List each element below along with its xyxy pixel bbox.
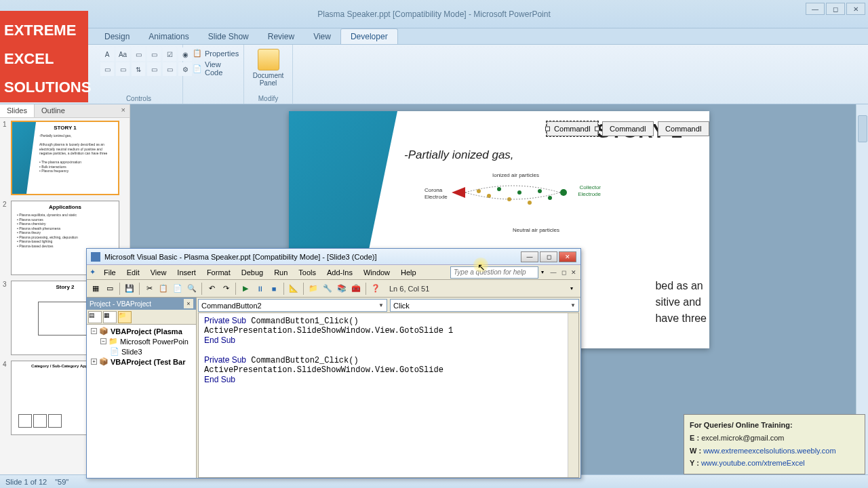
vba-toggle-folders-btn[interactable]: 📁 xyxy=(118,311,132,323)
panel-close-button[interactable]: × xyxy=(117,104,130,117)
vba-menu-edit[interactable]: Edit xyxy=(121,266,145,279)
vba-tb-break-icon[interactable]: ⏸ xyxy=(254,283,266,295)
vba-tb-browser-icon[interactable]: 📚 xyxy=(336,283,348,295)
thumb-number: 2 xyxy=(3,201,8,275)
vba-menu-run[interactable]: Run xyxy=(269,266,293,279)
vba-menu-debug[interactable]: Debug xyxy=(236,266,269,279)
vba-code-scrollbar[interactable] xyxy=(568,313,578,477)
vba-menu-addins[interactable]: Add-Ins xyxy=(321,266,358,279)
brand-line1: EXTREME xyxy=(4,16,84,45)
vba-titlebar[interactable]: Microsoft Visual Basic - Plasma Speaker.… xyxy=(87,249,580,265)
vba-project-tree[interactable]: −📦VBAProject (Plasma −📁Microsoft PowerPo… xyxy=(87,325,196,478)
vba-child-restore[interactable]: ◻ xyxy=(559,268,568,277)
tab-review[interactable]: Review xyxy=(258,29,304,44)
document-panel-button[interactable]: Document Panel xyxy=(250,47,287,88)
vba-tb-help-icon[interactable]: ❓ xyxy=(370,283,382,295)
vba-menu-window[interactable]: Window xyxy=(358,266,395,279)
vba-tb-reset-icon[interactable]: ■ xyxy=(268,283,280,295)
vba-tb-view-icon[interactable]: ▦ xyxy=(90,283,102,295)
vba-close-button[interactable]: ✕ xyxy=(559,251,576,262)
properties-button[interactable]: 📋 Properties xyxy=(189,47,238,59)
vba-object-dropdown[interactable]: CommandButton2 ▼ xyxy=(198,299,387,312)
control-btn-toggle[interactable]: ▭ xyxy=(100,62,114,76)
app-titlebar: Plasma Speaker.ppt [Compatibility Mode] … xyxy=(0,0,868,28)
code-icon: 📄 xyxy=(193,64,202,73)
vba-cursor-position: Ln 6, Col 51 xyxy=(389,285,429,293)
vba-tb-save-icon[interactable]: 💾 xyxy=(123,283,136,295)
controls-group-label: Controls xyxy=(95,95,182,102)
vba-project-close-button[interactable]: × xyxy=(184,299,193,308)
vba-maximize-button[interactable]: ◻ xyxy=(540,251,557,262)
svg-point-8 xyxy=(548,196,552,200)
tab-design[interactable]: Design xyxy=(95,29,139,44)
vba-menu-file[interactable]: File xyxy=(98,266,121,279)
vba-tb-project-icon[interactable]: 📁 xyxy=(307,283,319,295)
vba-toolbar: ▦ ▭ 💾 ✂ 📋 📄 🔍 ↶ ↷ ▶ ⏸ ■ 📐 📁 🔧 📚 🧰 ❓ Ln 6… xyxy=(87,280,580,298)
control-btn-label[interactable]: Aa xyxy=(116,47,130,61)
tab-slideshow[interactable]: Slide Show xyxy=(199,29,258,44)
command-button-2[interactable]: CommandI xyxy=(602,121,654,136)
vba-tb-cut-icon[interactable]: ✂ xyxy=(143,283,155,295)
control-btn-image[interactable]: ▭ xyxy=(163,62,176,76)
contact-youtube-link[interactable]: www.youtube.com/xtremeExcel xyxy=(701,459,805,467)
slide-thumbnail-1[interactable]: STORY 1 -Partially ionized gas, Although… xyxy=(11,121,119,195)
vba-editor-window[interactable]: Microsoft Visual Basic - Plasma Speaker.… xyxy=(86,248,581,479)
vba-logo-icon: ✦ xyxy=(90,268,96,277)
ribbon-tabs: Design Animations Slide Show Review View… xyxy=(0,28,868,45)
thumb-number: 3 xyxy=(3,281,8,355)
svg-point-3 xyxy=(497,187,501,191)
vba-child-minimize[interactable]: — xyxy=(549,268,557,277)
tab-developer[interactable]: Developer xyxy=(340,28,398,44)
vba-procedure-dropdown[interactable]: Click ▼ xyxy=(390,299,579,312)
vba-view-code-btn[interactable]: ▤ xyxy=(88,311,102,323)
control-btn-list[interactable]: ▭ xyxy=(147,47,161,61)
tab-animations[interactable]: Animations xyxy=(139,29,198,44)
close-button[interactable]: ✕ xyxy=(846,3,865,15)
ribbon: A Aa ▭ ▭ ☑ ◉ ▭ ▭ ⇅ ▭ ▭ ⚙ Controls xyxy=(0,45,868,104)
control-btn-spin[interactable]: ⇅ xyxy=(132,62,145,76)
vba-tb-props-icon[interactable]: 🔧 xyxy=(321,283,334,295)
status-lang: "59" xyxy=(55,478,68,486)
vba-minimize-button[interactable]: — xyxy=(521,251,538,262)
tab-outline[interactable]: Outline xyxy=(35,104,72,117)
vba-tb-design-icon[interactable]: 📐 xyxy=(288,283,300,295)
brand-line2: EXCEL xyxy=(4,45,84,73)
maximize-button[interactable]: ◻ xyxy=(826,3,845,15)
contact-website-link[interactable]: www.extremeexcelsolutions.weebly.com xyxy=(703,447,835,455)
vba-menu-help[interactable]: Help xyxy=(395,266,422,279)
vba-tb-insert-icon[interactable]: ▭ xyxy=(104,283,116,295)
vba-tb-toolbox-icon[interactable]: 🧰 xyxy=(350,283,362,295)
view-code-button[interactable]: 📄 View Code xyxy=(189,59,238,78)
vba-child-close[interactable]: ✕ xyxy=(570,268,578,277)
vba-code-editor[interactable]: Private Sub CommandButton1_Click() Activ… xyxy=(198,312,579,478)
vba-project-explorer: Project - VBAProject × ▤ ▦ 📁 −📦VBAProjec… xyxy=(87,298,197,478)
command-button-3[interactable]: CommandI xyxy=(658,121,709,136)
control-btn-check[interactable]: ☑ xyxy=(163,47,176,61)
vba-tb-paste-icon[interactable]: 📄 xyxy=(172,283,184,295)
vba-tb-copy-icon[interactable]: 📋 xyxy=(157,283,170,295)
vba-help-search[interactable] xyxy=(450,266,538,279)
plasma-diagram: Ionized air particles Corona Electrode C… xyxy=(425,172,601,233)
minimize-button[interactable]: — xyxy=(806,3,825,15)
vba-tb-undo-icon[interactable]: ↶ xyxy=(205,283,218,295)
vba-view-object-btn[interactable]: ▦ xyxy=(103,311,117,323)
vba-tb-find-icon[interactable]: 🔍 xyxy=(186,283,198,295)
control-btn-combo[interactable]: ▭ xyxy=(132,47,145,61)
vba-tb-run-icon[interactable]: ▶ xyxy=(239,283,252,295)
vba-menu-insert[interactable]: Insert xyxy=(172,266,201,279)
vba-project-title: Project - VBAProject × xyxy=(87,298,196,310)
svg-point-6 xyxy=(528,201,532,205)
control-btn-cmd[interactable]: ▭ xyxy=(116,62,130,76)
command-button-1[interactable]: CommandI xyxy=(547,121,598,136)
tab-slides[interactable]: Slides xyxy=(0,104,35,117)
tab-view[interactable]: View xyxy=(304,29,340,44)
control-btn-scroll[interactable]: ▭ xyxy=(147,62,161,76)
vba-menu-format[interactable]: Format xyxy=(201,266,236,279)
svg-point-9 xyxy=(560,189,567,196)
slide-subtitle: -Partially ionized gas, xyxy=(404,148,514,162)
vba-tb-dropdown-icon[interactable]: ▾ xyxy=(566,283,578,295)
vba-tb-redo-icon[interactable]: ↷ xyxy=(220,283,232,295)
control-btn-textbox[interactable]: A xyxy=(100,47,114,61)
vba-menu-view[interactable]: View xyxy=(145,266,172,279)
vba-menu-tools[interactable]: Tools xyxy=(293,266,321,279)
